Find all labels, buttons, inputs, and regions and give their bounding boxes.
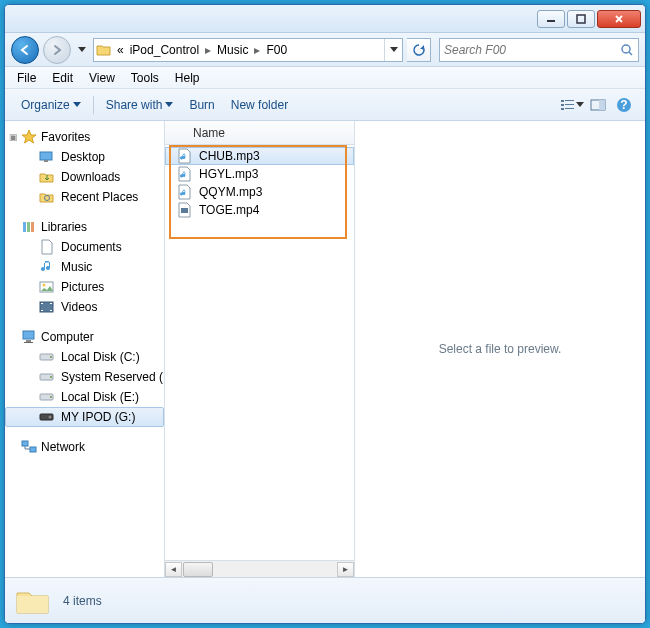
maximize-button[interactable] — [567, 10, 595, 28]
nav-label: Desktop — [61, 150, 105, 164]
explorer-window: « iPod_Control ▸ Music ▸ F00 File Edit V… — [4, 4, 646, 624]
nav-label: Documents — [61, 240, 122, 254]
svg-rect-17 — [27, 222, 30, 232]
svg-rect-6 — [565, 104, 574, 105]
item-count: 4 items — [63, 594, 102, 608]
documents-icon — [39, 239, 55, 255]
star-icon — [21, 129, 37, 145]
svg-rect-24 — [50, 303, 52, 304]
nav-downloads[interactable]: Downloads — [5, 167, 164, 187]
svg-rect-23 — [41, 310, 43, 311]
breadcrumb-item[interactable]: iPod_Control — [127, 43, 202, 57]
folder-icon — [94, 43, 114, 57]
breadcrumb-item[interactable]: Music — [214, 43, 251, 57]
computer-header[interactable]: Computer — [5, 327, 164, 347]
breadcrumb-item[interactable]: F00 — [263, 43, 290, 57]
share-button[interactable]: Share with — [98, 94, 182, 116]
content-area: ▣Favorites Desktop Downloads Recent Plac… — [5, 121, 645, 577]
history-dropdown[interactable] — [75, 36, 89, 64]
chevron-right-icon[interactable]: ▸ — [251, 43, 263, 57]
scroll-left-button[interactable]: ◄ — [165, 562, 182, 577]
scroll-right-button[interactable]: ► — [337, 562, 354, 577]
network-label: Network — [41, 440, 85, 454]
svg-rect-37 — [22, 441, 28, 446]
menu-edit[interactable]: Edit — [44, 69, 81, 87]
file-name: QQYM.mp3 — [199, 185, 262, 199]
address-dropdown[interactable] — [384, 39, 402, 61]
newfolder-button[interactable]: New folder — [223, 94, 296, 116]
favorites-header[interactable]: ▣Favorites — [5, 127, 164, 147]
breadcrumb-prefix[interactable]: « — [114, 43, 127, 57]
svg-rect-7 — [561, 108, 564, 110]
status-bar: 4 items — [5, 577, 645, 623]
svg-point-34 — [50, 396, 52, 398]
chevron-right-icon[interactable]: ▸ — [202, 43, 214, 57]
svg-rect-1 — [577, 15, 585, 23]
toolbar: Organize Share with Burn New folder ? — [5, 89, 645, 121]
nav-documents[interactable]: Documents — [5, 237, 164, 257]
view-options-button[interactable] — [559, 94, 585, 116]
close-button[interactable] — [597, 10, 641, 28]
svg-rect-4 — [565, 100, 574, 101]
forward-button[interactable] — [43, 36, 71, 64]
menu-file[interactable]: File — [9, 69, 44, 87]
help-button[interactable]: ? — [611, 94, 637, 116]
file-name: TOGE.mp4 — [199, 203, 259, 217]
drive-icon — [39, 369, 55, 385]
libraries-icon — [21, 219, 37, 235]
organize-button[interactable]: Organize — [13, 94, 89, 116]
file-name: CHUB.mp3 — [199, 149, 260, 163]
svg-point-30 — [50, 356, 52, 358]
nav-label: System Reserved (D:) — [61, 370, 165, 384]
scroll-thumb[interactable] — [183, 562, 213, 577]
nav-label: Videos — [61, 300, 97, 314]
nav-drive-e[interactable]: Local Disk (E:) — [5, 387, 164, 407]
music-icon — [39, 259, 55, 275]
file-row[interactable]: HGYL.mp3 — [165, 165, 354, 183]
nav-videos[interactable]: Videos — [5, 297, 164, 317]
address-bar[interactable]: « iPod_Control ▸ Music ▸ F00 — [93, 38, 403, 62]
nav-recent[interactable]: Recent Places — [5, 187, 164, 207]
menu-help[interactable]: Help — [167, 69, 208, 87]
column-header-name[interactable]: Name — [165, 121, 354, 145]
recent-icon — [39, 189, 55, 205]
nav-pictures[interactable]: Pictures — [5, 277, 164, 297]
nav-bar: « iPod_Control ▸ Music ▸ F00 — [5, 33, 645, 67]
preview-pane: Select a file to preview. — [355, 121, 645, 577]
search-box[interactable] — [439, 38, 639, 62]
horizontal-scrollbar[interactable]: ◄ ► — [165, 560, 354, 577]
svg-rect-25 — [50, 310, 52, 311]
videos-icon — [39, 299, 55, 315]
collapse-icon: ▣ — [9, 132, 18, 142]
nav-drive-c[interactable]: Local Disk (C:) — [5, 347, 164, 367]
back-button[interactable] — [11, 36, 39, 64]
svg-rect-5 — [561, 104, 564, 106]
file-row[interactable]: CHUB.mp3 — [165, 147, 354, 165]
svg-point-2 — [622, 45, 630, 53]
nav-label: Music — [61, 260, 92, 274]
svg-rect-10 — [599, 100, 605, 110]
navigation-pane: ▣Favorites Desktop Downloads Recent Plac… — [5, 121, 165, 577]
libraries-label: Libraries — [41, 220, 87, 234]
minimize-button[interactable] — [537, 10, 565, 28]
network-icon — [21, 439, 37, 455]
nav-music[interactable]: Music — [5, 257, 164, 277]
svg-rect-8 — [565, 108, 574, 109]
nav-ipod[interactable]: MY IPOD (G:) — [5, 407, 164, 427]
nav-label: Recent Places — [61, 190, 138, 204]
audio-file-icon — [177, 166, 193, 182]
refresh-button[interactable] — [407, 38, 431, 62]
nav-desktop[interactable]: Desktop — [5, 147, 164, 167]
file-row[interactable]: QQYM.mp3 — [165, 183, 354, 201]
file-row[interactable]: TOGE.mp4 — [165, 201, 354, 219]
nav-drive-d[interactable]: System Reserved (D:) — [5, 367, 164, 387]
menu-view[interactable]: View — [81, 69, 123, 87]
drive-icon — [39, 389, 55, 405]
search-input[interactable] — [440, 43, 616, 57]
network-header[interactable]: Network — [5, 437, 164, 457]
menu-tools[interactable]: Tools — [123, 69, 167, 87]
audio-file-icon — [177, 148, 193, 164]
libraries-header[interactable]: Libraries — [5, 217, 164, 237]
preview-pane-button[interactable] — [585, 94, 611, 116]
burn-button[interactable]: Burn — [181, 94, 222, 116]
